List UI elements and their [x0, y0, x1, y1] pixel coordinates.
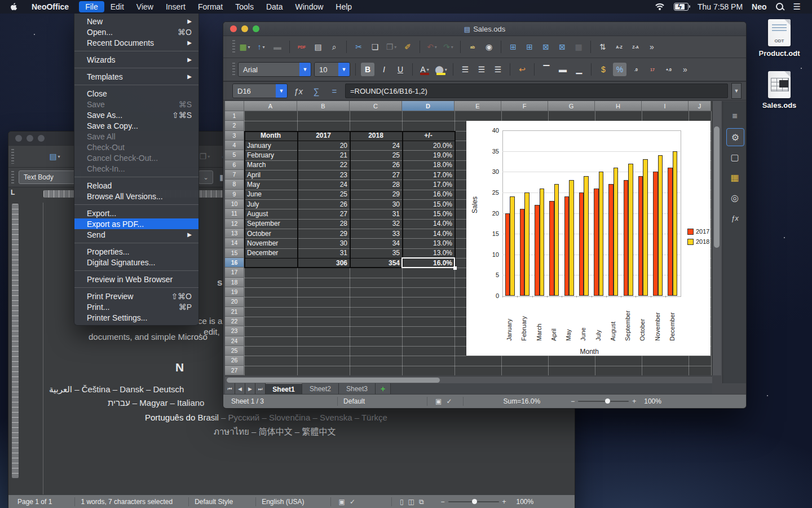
cell-A15[interactable]: December [244, 248, 297, 258]
page-style[interactable]: Default [343, 397, 365, 405]
delete-column-icon[interactable]: ⊠ [555, 40, 569, 54]
file-menu-item-preview-in-web-browser[interactable]: Preview in Web Browser [74, 274, 198, 284]
formula-input[interactable]: =ROUND(C16/B16-1,2) [345, 84, 728, 98]
toolbar-overflow-icon[interactable]: » [678, 63, 692, 76]
file-menu-item-wizards[interactable]: Wizards▶ [74, 54, 198, 65]
menu-format[interactable]: Format [192, 1, 229, 12]
date-format-button[interactable]: 17 [646, 63, 659, 76]
row-header-4[interactable]: 4 [225, 141, 244, 150]
cell-C11[interactable]: 31 [350, 209, 402, 218]
sort-icon[interactable]: ⇅ [596, 40, 610, 54]
cell-C13[interactable]: 33 [350, 229, 402, 238]
new-document-icon[interactable]: ▦▾ [238, 40, 251, 54]
vertical-scrollbar[interactable] [712, 101, 721, 375]
cell-C10[interactable]: 30 [350, 199, 402, 209]
row-header-6[interactable]: 6 [225, 160, 244, 170]
print-preview-icon[interactable]: ⌕ [328, 40, 341, 54]
file-menu-item-send[interactable]: Send▶ [74, 229, 198, 240]
row-header-19[interactable]: 19 [225, 287, 244, 297]
cell-D9[interactable]: 16.0% [402, 190, 454, 199]
percent-format-button[interactable]: % [613, 63, 626, 76]
column-header-A[interactable]: A [244, 101, 297, 111]
scrollbar-thumb[interactable] [714, 126, 720, 248]
paste-icon[interactable]: ❐▾ [198, 150, 211, 163]
page-style[interactable]: Default Style [195, 498, 233, 506]
file-menu-item-browse-all-versions[interactable]: Browse All Versions... [74, 191, 198, 202]
cell-D11[interactable]: 15.0% [402, 209, 454, 218]
row-header-24[interactable]: 24 [225, 336, 244, 346]
row-header-26[interactable]: 26 [225, 356, 244, 365]
styles-icon[interactable]: ▢ [726, 148, 743, 165]
delete-row-icon[interactable]: ⊠ [539, 40, 553, 54]
spotlight-search-icon[interactable] [776, 3, 784, 11]
row-header-5[interactable]: 5 [225, 150, 244, 160]
notification-center-icon[interactable]: ☰ [793, 2, 801, 12]
word-count[interactable]: 1 words, 7 characters selected [81, 498, 173, 506]
zoom-icon[interactable] [38, 135, 45, 142]
cell-D5[interactable]: 19.0% [402, 150, 454, 160]
file-menu-item-digital-signatures[interactable]: Digital Signatures... [74, 257, 198, 268]
cell-C14[interactable]: 34 [350, 238, 402, 248]
sheet-tab-sheet3[interactable]: Sheet3 [339, 383, 376, 395]
toolbar-handle[interactable] [11, 171, 14, 183]
row-header-27[interactable]: 27 [225, 366, 244, 375]
row-header-17[interactable]: 17 [225, 268, 244, 277]
cell-B13[interactable]: 29 [297, 229, 350, 238]
row-header-21[interactable]: 21 [225, 307, 244, 317]
row-header-1[interactable]: 1 [225, 111, 244, 121]
file-menu-item-export[interactable]: Export... [74, 208, 198, 218]
cell-A13[interactable]: October [244, 229, 297, 238]
writer-zoom-slider[interactable]: −+ [440, 498, 506, 506]
row-header-16[interactable]: 16 [225, 258, 244, 268]
menu-tools[interactable]: Tools [229, 1, 260, 12]
row-header-10[interactable]: 10 [225, 199, 244, 209]
horizontal-scrollbar[interactable] [225, 376, 712, 384]
wrap-text-button[interactable]: ↩ [515, 63, 529, 76]
cell-D14[interactable]: 13.0% [402, 238, 454, 248]
menu-window[interactable]: Window [289, 1, 330, 12]
gallery-icon[interactable]: ▦ [726, 169, 743, 186]
navigator-icon[interactable]: ◉ [482, 40, 496, 54]
center-vertically-button[interactable]: ▬ [556, 63, 570, 76]
cell-A7[interactable]: April [244, 170, 297, 179]
new-document-icon[interactable]: ▤▾ [48, 150, 61, 163]
file-menu-item-export-as-pdf[interactable]: Export as PDF... [74, 218, 198, 229]
print-icon[interactable]: ▤ [311, 40, 325, 54]
font-color-button[interactable]: A▾ [418, 63, 431, 76]
column-header-B[interactable]: B [297, 101, 350, 111]
file-menu-item-printer-settings[interactable]: Printer Settings... [74, 312, 198, 323]
menu-view[interactable]: View [130, 1, 160, 12]
cell-C4[interactable]: 24 [350, 141, 402, 150]
cell-A5[interactable]: February [244, 150, 297, 160]
row-header-18[interactable]: 18 [225, 278, 244, 287]
export-pdf-icon[interactable]: PDF [295, 40, 308, 54]
row-header-2[interactable]: 2 [225, 121, 244, 130]
font-size-combo[interactable]: 10▼ [314, 62, 350, 77]
file-menu-item-reload[interactable]: Reload [74, 180, 198, 191]
number-format-button[interactable]: .0 [629, 63, 643, 76]
cell-A11[interactable]: August [244, 209, 297, 218]
font-name-combo-caret[interactable]: ⌄ [198, 170, 213, 184]
cell-C3[interactable]: 2018 [350, 131, 402, 141]
cell-B7[interactable]: 23 [297, 170, 350, 179]
apple-logo-icon[interactable] [10, 2, 18, 12]
close-icon[interactable] [15, 135, 22, 142]
cell-A9[interactable]: June [244, 190, 297, 199]
cell-A3[interactable]: Month [244, 131, 297, 141]
insert-column-icon[interactable]: ⊞ [523, 40, 536, 54]
desktop-icon-sales-ods[interactable]: Sales.ods [756, 71, 803, 110]
cell-D4[interactable]: 20.0% [402, 141, 454, 150]
cell-A12[interactable]: September [244, 219, 297, 229]
cell-C7[interactable]: 27 [350, 170, 402, 179]
sheet-tab-sheet2[interactable]: Sheet2 [302, 383, 339, 395]
column-header-J[interactable]: J [689, 101, 711, 111]
cell-D15[interactable]: 13.0% [402, 248, 454, 258]
row-header-13[interactable]: 13 [225, 229, 244, 238]
vertical-ruler[interactable] [12, 204, 19, 478]
cell-B14[interactable]: 30 [297, 238, 350, 248]
cell-B15[interactable]: 31 [297, 248, 350, 258]
chevron-down-icon[interactable]: ▼ [276, 84, 287, 98]
align-right-button[interactable]: ☰ [491, 63, 505, 76]
cell-D13[interactable]: 14.0% [402, 229, 454, 238]
cell-D8[interactable]: 17.0% [402, 179, 454, 189]
